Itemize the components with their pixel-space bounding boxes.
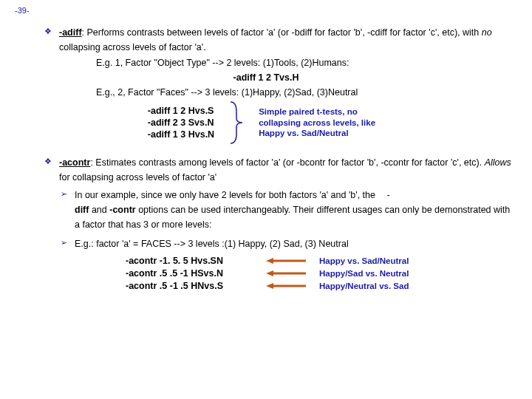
acontr-sub2: ➢ E.g.: factor 'a' = FACES --> 3 levels … <box>61 236 517 251</box>
adiff-label: -adiff <box>59 27 82 38</box>
acontr-allows: Allows <box>485 157 511 168</box>
adiff-callout: Simple paired t-tests, no collapsing acr… <box>259 106 384 140</box>
adiff-lines: -adiff 1 2 Hvs.S -adiff 2 3 Svs.N -adiff… <box>148 104 214 141</box>
acontr-section: ❖ -acontr: Estimates contrasts among lev… <box>44 155 517 185</box>
svg-marker-3 <box>266 270 273 276</box>
chevron-right-icon: ➢ <box>61 189 67 199</box>
arrow-left-icon <box>266 257 306 265</box>
sub1-rest: options can be used interchangeably. The… <box>75 205 510 230</box>
chevron-right-icon: ➢ <box>61 238 67 248</box>
sub1-and: and <box>89 205 109 215</box>
sub1-diff: diff <box>75 205 89 215</box>
acontr-sub1: ➢ In our example, since we only have 2 l… <box>61 188 517 232</box>
adiff-desc1: : Performs contrasts between levels of f… <box>82 27 482 38</box>
adiff-line-2: -adiff 1 3 Hvs.N <box>148 129 214 140</box>
adiff-desc2: collapsing across levels of factor 'a'. <box>59 42 206 52</box>
bracket-icon <box>229 100 244 145</box>
diamond-bullet-icon: ❖ <box>44 27 52 36</box>
acontr-right-1: Happy/Sad vs. Neutral <box>319 269 409 278</box>
adiff-example-block: -adiff 1 2 Hvs.S -adiff 2 3 Svs.N -adiff… <box>15 100 517 145</box>
sub1-contr: -contr <box>109 205 135 215</box>
acontr-left-2: -acontr .5 -1 .5 HNvs.S <box>126 281 259 291</box>
acontr-row-0: -acontr -1. 5. 5 Hvs.SN Happy vs. Sad/Ne… <box>126 256 517 266</box>
adiff-text: -adiff: Performs contrasts between level… <box>59 25 517 55</box>
acontr-row-2: -acontr .5 -1 .5 HNvs.S Happy/Neutral vs… <box>126 281 517 291</box>
adiff-ex1: -adiff 1 2 Tvs.H <box>15 72 517 83</box>
adiff-eg2: E.g., 2, Factor "Faces" --> 3 levels: (1… <box>96 87 517 98</box>
adiff-line-1: -adiff 2 3 Svs.N <box>148 117 214 128</box>
adiff-line-0: -adiff 1 2 Hvs.S <box>148 106 214 116</box>
sub1-a: In our example, since we only have 2 lev… <box>75 190 378 200</box>
arrow-left-icon <box>266 270 306 277</box>
acontr-label: -acontr <box>59 157 90 168</box>
svg-marker-1 <box>266 258 273 264</box>
acontr-left-1: -acontr .5 .5 -1 HSvs.N <box>126 268 259 279</box>
acontr-text: -acontr: Estimates contrasts among level… <box>59 155 517 185</box>
sub1-dash: - <box>386 190 389 200</box>
adiff-no: no <box>482 27 492 38</box>
acontr-left-0: -acontr -1. 5. 5 Hvs.SN <box>126 256 259 266</box>
adiff-section: ❖ -adiff: Performs contrasts between lev… <box>44 25 517 55</box>
acontr-examples: -acontr -1. 5. 5 Hvs.SN Happy vs. Sad/Ne… <box>126 256 517 291</box>
svg-marker-5 <box>266 283 273 289</box>
adiff-eg1: E.g. 1, Factor "Object Type" --> 2 level… <box>96 58 517 68</box>
page-number: -39- <box>15 6 517 15</box>
acontr-desc1: : Estimates contrasts among levels of fa… <box>90 157 484 168</box>
acontr-right-0: Happy vs. Sad/Neutral <box>319 256 409 265</box>
acontr-row-1: -acontr .5 .5 -1 HSvs.N Happy/Sad vs. Ne… <box>126 268 517 279</box>
arrow-left-icon <box>266 282 306 290</box>
acontr-sub1-text: In our example, since we only have 2 lev… <box>75 188 517 232</box>
acontr-sub2-text: E.g.: factor 'a' = FACES --> 3 levels :(… <box>75 236 349 251</box>
acontr-desc2: for collapsing across levels of factor '… <box>59 172 216 183</box>
acontr-right-2: Happy/Neutral vs. Sad <box>319 282 409 290</box>
diamond-bullet-icon: ❖ <box>44 157 52 166</box>
